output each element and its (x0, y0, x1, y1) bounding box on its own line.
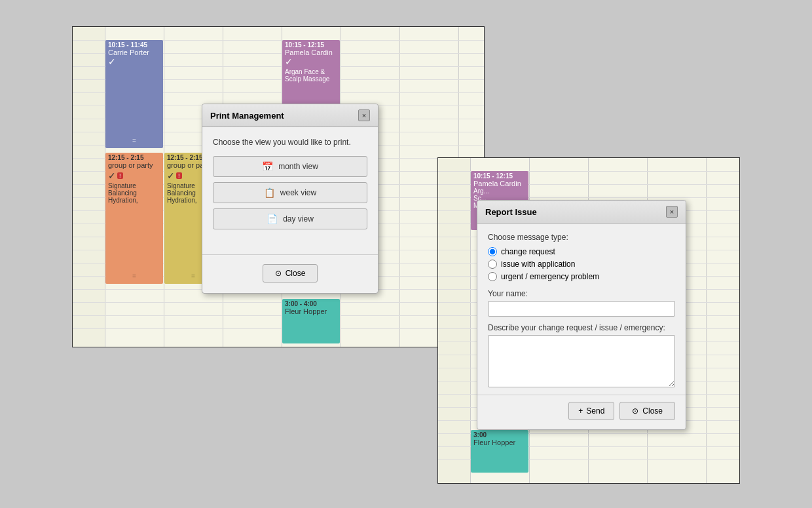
radio-change-label: change request (501, 247, 555, 256)
message-type-label: Choose message type: (488, 233, 675, 242)
appt-fleur-hopper-1[interactable]: 3:00 - 4:00 Fleur Hopper (282, 299, 340, 343)
report-modal-footer: + Send ⊙ Close (477, 395, 686, 429)
radio-issue-input[interactable] (488, 260, 497, 269)
report-modal-close-x[interactable]: × (666, 206, 678, 218)
radio-urgent-label: urgent / emergency problem (501, 272, 599, 281)
name-field-label: Your name: (488, 289, 675, 298)
report-modal-header: Report Issue × (477, 201, 686, 224)
week-view-label: week view (280, 188, 316, 197)
description-label: Describe your change request / issue / e… (488, 323, 675, 332)
report-close-button[interactable]: ⊙ Close (619, 402, 675, 420)
report-close-label: Close (642, 406, 663, 416)
appt-fleur-hopper-2[interactable]: 3:00 Fleur Hopper (471, 430, 528, 473)
week-view-button[interactable]: 📋 week view (213, 182, 367, 203)
report-issue-modal: Report Issue × Choose message type: chan… (477, 200, 686, 430)
report-modal-body: Choose message type: change request issu… (477, 224, 686, 395)
close-circle-icon: ⊙ (275, 269, 282, 278)
description-textarea[interactable] (488, 335, 675, 387)
print-management-modal: Print Management × Choose the view you w… (202, 104, 378, 294)
appt-carrie-porter[interactable]: 10:15 - 11:45 Carrie Porter ✓ = (105, 40, 163, 148)
radio-issue-app[interactable]: issue with application (488, 260, 675, 269)
print-modal-close-button[interactable]: ⊙ Close (263, 264, 318, 283)
appt-group-party-orange[interactable]: 12:15 - 2:15 group or party ✓ ! Signatur… (105, 153, 163, 284)
send-button[interactable]: + Send (568, 402, 614, 420)
print-close-label: Close (286, 269, 306, 278)
day-view-label: day view (283, 214, 314, 224)
calendar-month-icon: 📅 (262, 161, 273, 172)
print-modal-divider (202, 254, 378, 255)
radio-change-request[interactable]: change request (488, 247, 675, 256)
calendar-week-icon: 📋 (264, 187, 275, 198)
send-plus-icon: + (578, 406, 583, 416)
radio-urgent[interactable]: urgent / emergency problem (488, 272, 675, 281)
print-modal-body: Choose the view you would like to print.… (202, 127, 378, 245)
radio-urgent-input[interactable] (488, 272, 497, 281)
day-view-button[interactable]: 📄 day view (213, 208, 367, 229)
print-modal-description: Choose the view you would like to print. (213, 138, 367, 147)
print-modal-close-x[interactable]: × (358, 109, 370, 121)
name-input[interactable] (488, 301, 675, 317)
month-view-label: month view (278, 162, 318, 171)
print-modal-header: Print Management × (202, 104, 378, 127)
report-modal-title: Report Issue (485, 207, 537, 217)
month-view-button[interactable]: 📅 month view (213, 156, 367, 177)
print-modal-footer: ⊙ Close (202, 264, 378, 293)
send-label: Send (586, 406, 604, 416)
calendar-day-icon: 📄 (267, 214, 278, 224)
print-modal-title: Print Management (210, 111, 284, 121)
message-type-radio-group: change request issue with application ur… (488, 247, 675, 281)
report-close-circle-icon: ⊙ (632, 406, 638, 416)
radio-issue-label: issue with application (501, 260, 575, 269)
radio-change-request-input[interactable] (488, 247, 497, 256)
